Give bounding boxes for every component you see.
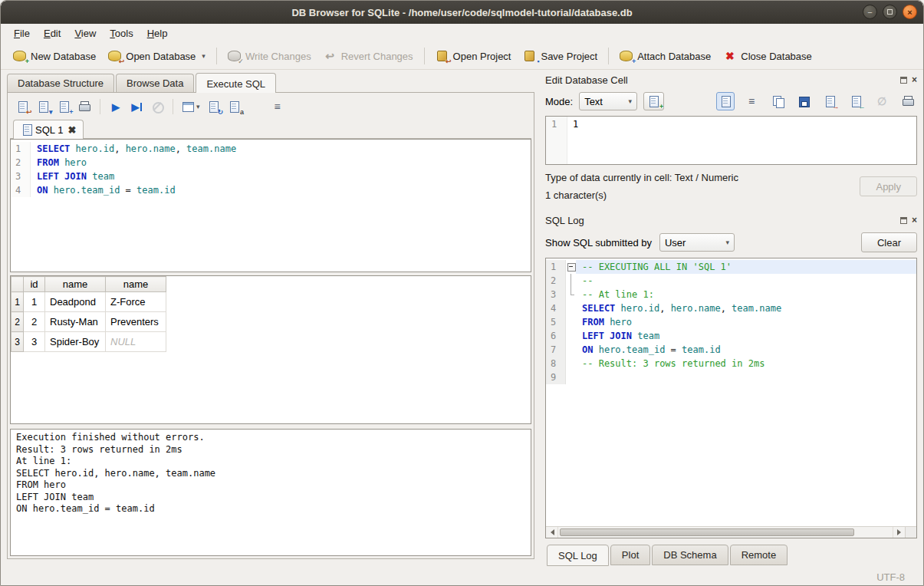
- execute-all-button[interactable]: ▶: [107, 97, 125, 116]
- row-number[interactable]: 1: [12, 292, 24, 312]
- line-number: 7: [546, 343, 566, 357]
- sql-log-title: SQL Log: [545, 215, 584, 226]
- save-sql-file-button[interactable]: ▾: [34, 97, 52, 116]
- fold-marker: [566, 315, 576, 329]
- attach-database-icon: +: [620, 50, 633, 62]
- revert-changes-button: ↩ Revert Changes: [317, 46, 419, 66]
- result-cell[interactable]: Spider-Boy: [45, 332, 106, 352]
- scrollbar-track[interactable]: [558, 527, 893, 538]
- open-database-dropdown-icon[interactable]: ▾: [202, 52, 206, 60]
- save-sql-as-button[interactable]: +: [54, 97, 73, 116]
- close-icon[interactable]: ×: [903, 5, 917, 19]
- code-line: 4SELECT hero.id, hero.name, team.name: [546, 301, 916, 315]
- result-cell[interactable]: 3: [24, 332, 45, 352]
- sql-log-close-icon[interactable]: ×: [912, 216, 917, 225]
- bottom-tab-plot[interactable]: Plot: [610, 545, 650, 565]
- row-number[interactable]: 3: [12, 332, 24, 352]
- scroll-right-icon[interactable]: [893, 527, 905, 538]
- new-database-button[interactable]: + New Database: [7, 46, 102, 66]
- bottom-tab-sql-log[interactable]: SQL Log: [547, 545, 609, 566]
- horizontal-scrollbar[interactable]: [546, 526, 916, 538]
- export-results-button[interactable]: ↻: [205, 97, 223, 116]
- cell-char-count: 1 character(s): [545, 186, 860, 204]
- fold-marker[interactable]: [566, 288, 576, 301]
- minimize-icon[interactable]: −: [863, 5, 877, 19]
- save-as-button[interactable]: [794, 92, 813, 110]
- write-changes-button: ✓ Write Changes: [222, 46, 317, 66]
- line-number: 1: [11, 142, 31, 156]
- sql-editor[interactable]: 1SELECT hero.id, hero.name, team.name2FR…: [10, 139, 531, 272]
- titlebar: DB Browser for SQLite - /home/user/code/…: [1, 1, 923, 24]
- menu-view[interactable]: View: [67, 25, 103, 41]
- window-buttons: − ×: [863, 5, 917, 19]
- clear-button[interactable]: Clear: [861, 232, 917, 252]
- open-project-button[interactable]: ↩ Open Project: [429, 46, 518, 66]
- bottom-dock-tabs: SQL LogPlotDB SchemaRemote: [545, 538, 917, 567]
- menu-help[interactable]: Help: [140, 25, 175, 41]
- attach-database-button[interactable]: + Attach Database: [613, 46, 717, 66]
- row-number[interactable]: 2: [12, 312, 24, 332]
- cell-content[interactable]: 1: [567, 117, 584, 164]
- print-icon: [902, 95, 915, 107]
- result-cell[interactable]: 2: [24, 312, 45, 332]
- print-button[interactable]: [899, 92, 917, 110]
- sql-log-lines[interactable]: 1-- EXECUTING ALL IN 'SQL 1'2--3-- At li…: [546, 258, 916, 526]
- fold-marker[interactable]: [566, 260, 576, 274]
- column-header[interactable]: name: [45, 277, 106, 292]
- result-cell[interactable]: Preventers: [106, 312, 166, 332]
- open-sql-file-button[interactable]: ↩: [13, 97, 31, 116]
- toolbar-separator: [608, 48, 609, 64]
- fold-marker[interactable]: [566, 274, 576, 288]
- open-database-button[interactable]: ↩ Open Database ▾: [102, 46, 212, 66]
- edit-cell-float-icon[interactable]: [900, 77, 907, 84]
- scroll-left-icon[interactable]: [546, 527, 558, 538]
- mode-select[interactable]: Text ▾: [579, 92, 637, 110]
- open-sql-new-tab-icon: [182, 100, 195, 113]
- submitted-by-select[interactable]: User ▾: [659, 233, 735, 252]
- result-cell[interactable]: 1: [24, 292, 45, 312]
- word-wrap-icon: ≡: [271, 100, 284, 113]
- bottom-tab-remote[interactable]: Remote: [730, 545, 788, 565]
- tab-database-structure[interactable]: Database Structure: [7, 74, 114, 92]
- sql-tab-label: SQL 1: [35, 124, 63, 136]
- text-mode-button[interactable]: [716, 92, 735, 110]
- execute-line-button[interactable]: ▶: [127, 97, 146, 116]
- open-sql-new-tab-button[interactable]: ▾: [179, 97, 202, 116]
- export-data-button[interactable]: →: [820, 92, 839, 110]
- word-wrap-button[interactable]: ≡: [742, 92, 761, 110]
- copy-button[interactable]: [768, 92, 787, 110]
- menu-file[interactable]: File: [7, 25, 37, 41]
- maximize-icon[interactable]: [883, 5, 897, 19]
- cell-editor[interactable]: 1 1: [545, 116, 917, 165]
- tab-execute-sql[interactable]: Execute SQL: [196, 73, 276, 93]
- find-replace-button[interactable]: a: [225, 97, 244, 116]
- close-database-button[interactable]: ✖ Close Database: [717, 46, 818, 66]
- result-cell[interactable]: Z-Force: [106, 292, 166, 312]
- save-project-button[interactable]: ▪ Save Project: [517, 46, 603, 66]
- word-wrap-button[interactable]: ≡: [268, 97, 287, 116]
- results-table: idnamename 11DeadpondZ-Force22Rusty-ManP…: [11, 276, 166, 352]
- scrollbar-thumb[interactable]: [560, 528, 854, 536]
- fold-marker: [566, 343, 576, 357]
- bottom-tab-db-schema[interactable]: DB Schema: [652, 545, 728, 565]
- sql-log-float-icon[interactable]: [900, 217, 907, 224]
- column-header[interactable]: name: [106, 277, 166, 292]
- sql-tab[interactable]: SQL 1 ✖: [13, 120, 84, 139]
- open-database-icon: ↩: [108, 50, 121, 62]
- menu-tools[interactable]: Tools: [103, 25, 140, 41]
- apply-button: Apply: [860, 176, 917, 196]
- result-cell[interactable]: Deadpond: [45, 292, 106, 312]
- tab-browse-data[interactable]: Browse Data: [116, 74, 194, 92]
- fold-marker: [566, 357, 576, 370]
- print-button[interactable]: [75, 97, 94, 116]
- line-number: 5: [546, 315, 566, 329]
- close-tab-icon[interactable]: ✖: [67, 124, 76, 136]
- edit-cell-close-icon[interactable]: ×: [912, 75, 917, 84]
- result-cell[interactable]: Rusty-Man: [45, 312, 106, 332]
- menu-edit[interactable]: Edit: [37, 25, 67, 41]
- import-data-button[interactable]: ←: [847, 92, 865, 110]
- edit-cell-mode-row: Mode: Text ▾ + ≡→←∅: [545, 88, 917, 114]
- import-file-button[interactable]: +: [643, 92, 664, 110]
- column-header[interactable]: id: [24, 277, 45, 292]
- result-cell[interactable]: NULL: [106, 332, 166, 352]
